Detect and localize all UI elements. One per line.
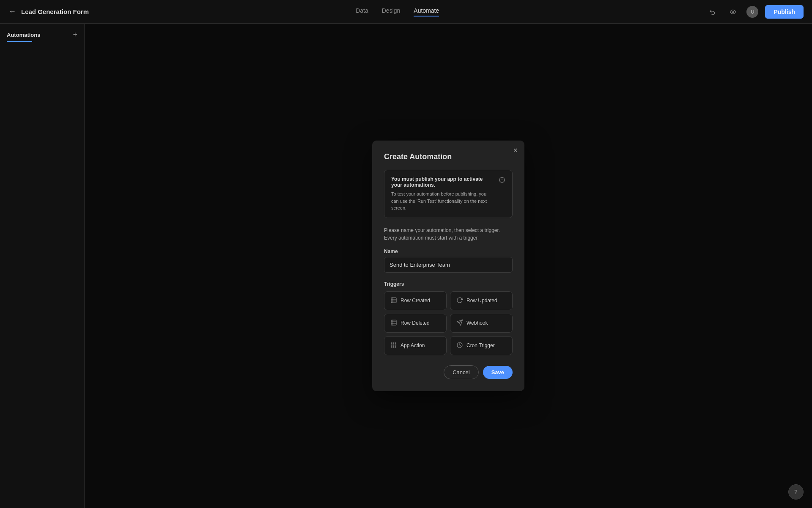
user-avatar[interactable]: U (746, 6, 758, 18)
info-box: You must publish your app to activate yo… (384, 170, 513, 218)
clock-icon (456, 342, 463, 350)
info-box-text: To test your automation before publishin… (391, 190, 494, 212)
add-automation-button[interactable]: + (73, 30, 77, 39)
cancel-button[interactable]: Cancel (444, 365, 478, 379)
help-button[interactable]: ? (788, 484, 804, 500)
info-box-content: You must publish your app to activate yo… (391, 176, 494, 212)
navbar-left: ← Lead Generation Form (8, 7, 89, 16)
automation-name-input[interactable] (384, 257, 513, 273)
description-text: Please name your automation, then select… (384, 226, 513, 242)
app-title: Lead Generation Form (21, 8, 89, 15)
svg-point-19 (395, 345, 396, 345)
info-icon (499, 177, 505, 185)
webhook-label: Webhook (466, 320, 488, 326)
send-icon (456, 319, 463, 327)
webhook-trigger[interactable]: Webhook (450, 314, 513, 333)
sidebar-underline (7, 41, 32, 42)
sidebar: Automations + (0, 24, 85, 508)
modal-overlay: × Create Automation You must publish you… (85, 24, 812, 508)
tab-data[interactable]: Data (356, 7, 368, 17)
svg-point-20 (391, 346, 392, 347)
create-automation-modal: × Create Automation You must publish you… (372, 141, 524, 391)
table-delete-icon (390, 319, 397, 327)
navbar-center: Data Design Automate (356, 7, 439, 17)
app-action-trigger[interactable]: App Action (384, 336, 447, 355)
grid-icon (390, 342, 397, 350)
cron-trigger-label: Cron Trigger (466, 342, 495, 348)
row-created-label: Row Created (401, 298, 430, 304)
preview-button[interactable] (726, 5, 740, 19)
tab-automate[interactable]: Automate (414, 7, 439, 17)
modal-close-button[interactable]: × (513, 146, 518, 154)
svg-point-14 (391, 342, 392, 343)
modal-title: Create Automation (384, 152, 513, 161)
table-icon (390, 297, 397, 305)
publish-button[interactable]: Publish (765, 5, 804, 19)
tab-design[interactable]: Design (382, 7, 401, 17)
refresh-icon (456, 297, 463, 305)
modal-footer: Cancel Save (384, 365, 513, 379)
info-box-title: You must publish your app to activate yo… (391, 176, 494, 188)
svg-point-15 (393, 342, 394, 343)
name-label: Name (384, 248, 513, 254)
svg-point-17 (391, 345, 392, 345)
triggers-label: Triggers (384, 281, 513, 287)
row-updated-trigger[interactable]: Row Updated (450, 291, 513, 310)
sidebar-title: Automations (7, 32, 40, 38)
navbar: ← Lead Generation Form Data Design Autom… (0, 0, 812, 24)
svg-point-21 (393, 346, 394, 347)
row-updated-label: Row Updated (466, 298, 497, 304)
sidebar-header: Automations + (7, 30, 77, 39)
row-created-trigger[interactable]: Row Created (384, 291, 447, 310)
svg-rect-8 (391, 320, 396, 325)
cron-trigger[interactable]: Cron Trigger (450, 336, 513, 355)
undo-button[interactable] (706, 5, 719, 19)
svg-point-0 (732, 11, 734, 13)
svg-point-22 (395, 346, 396, 347)
row-deleted-trigger[interactable]: Row Deleted (384, 314, 447, 333)
app-action-label: App Action (401, 342, 425, 348)
back-button[interactable]: ← (8, 7, 16, 16)
svg-rect-4 (391, 298, 396, 303)
navbar-right: U Publish (706, 5, 804, 19)
svg-point-16 (395, 342, 396, 343)
row-deleted-label: Row Deleted (401, 320, 430, 326)
triggers-grid: Row Created Row Updated Row Deleted (384, 291, 513, 355)
save-button[interactable]: Save (483, 366, 513, 379)
svg-point-18 (393, 345, 394, 345)
main-area: × Create Automation You must publish you… (85, 24, 812, 508)
